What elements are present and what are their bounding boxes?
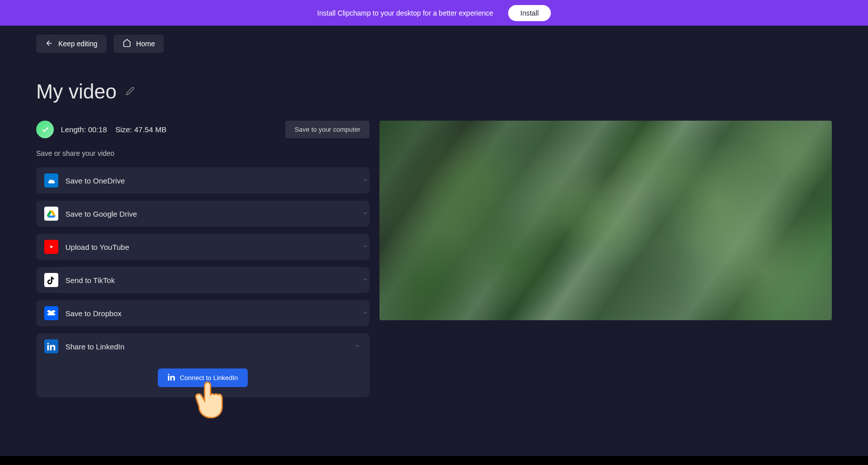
video-title: My video [36,80,117,103]
pencil-icon [126,89,135,97]
chevron-down-icon [362,309,368,318]
share-option-youtube[interactable]: Upload to YouTube [36,234,369,260]
tiktok-icon [44,273,58,287]
share-option-label: Share to LinkedIn [65,342,125,351]
keep-editing-button[interactable]: Keep editing [36,35,107,53]
share-option-label: Save to Google Drive [65,210,137,218]
onedrive-icon [44,173,58,188]
home-button[interactable]: Home [114,35,164,53]
save-to-computer-button[interactable]: Save to your computer [285,121,369,138]
info-row: Length: 00:18 Size: 47.54 MB Save to you… [36,121,369,138]
share-option-google-drive[interactable]: Save to Google Drive [36,201,369,227]
home-icon [123,39,131,49]
dropbox-icon [44,306,58,320]
install-banner-text: Install Clipchamp to your desktop for a … [317,9,493,17]
chevron-down-icon [362,176,368,185]
share-options-list: Save to OneDrive Save to Google Dri [36,167,369,397]
video-info: Length: 00:18 Size: 47.54 MB [61,125,166,134]
video-preview-thumbnail[interactable] [379,121,832,320]
connect-container: Connect to LinkedIn [44,368,361,387]
chevron-down-icon [362,275,368,285]
nav-buttons: Keep editing Home [36,35,832,53]
share-option-onedrive[interactable]: Save to OneDrive [36,167,369,194]
home-label: Home [136,40,155,48]
install-button[interactable]: Install [508,5,551,21]
share-option-label: Save to OneDrive [65,176,125,185]
info-left: Length: 00:18 Size: 47.54 MB [36,121,166,138]
keep-editing-label: Keep editing [58,40,98,48]
share-option-linkedin[interactable]: Share to LinkedIn [44,339,361,353]
chevron-down-icon [362,242,368,251]
share-option-label: Save to Dropbox [65,309,122,318]
connect-linkedin-label: Connect to LinkedIn [180,374,238,382]
share-option-label: Send to TikTok [65,276,115,285]
left-column: Length: 00:18 Size: 47.54 MB Save to you… [36,121,369,397]
content-row: Length: 00:18 Size: 47.54 MB Save to you… [36,121,832,397]
right-column [379,121,832,397]
bottom-bar [0,456,868,465]
linkedin-small-icon [168,374,175,382]
share-option-tiktok[interactable]: Send to TikTok [36,267,369,293]
size-label: Size: [115,125,132,134]
chevron-down-icon [362,209,368,218]
main-container: Keep editing Home My video [0,26,868,406]
youtube-icon [44,240,58,254]
connect-linkedin-button[interactable]: Connect to LinkedIn [158,368,248,387]
share-section-label: Save or share your video [36,149,369,157]
edit-title-button[interactable] [124,84,137,99]
share-option-linkedin-expanded: Share to LinkedIn Connect t [36,333,369,397]
status-complete-icon [36,121,54,138]
arrow-left-icon [45,39,53,49]
chevron-up-icon [354,342,360,351]
video-header: My video [36,80,832,103]
linkedin-icon [44,339,58,353]
length-label: Length: [61,125,86,134]
length-value: 00:18 [88,125,107,134]
share-option-dropbox[interactable]: Save to Dropbox [36,300,369,326]
size-value: 47.54 MB [134,125,166,134]
install-banner: Install Clipchamp to your desktop for a … [0,0,868,26]
google-drive-icon [44,207,58,221]
share-option-label: Upload to YouTube [65,243,129,251]
